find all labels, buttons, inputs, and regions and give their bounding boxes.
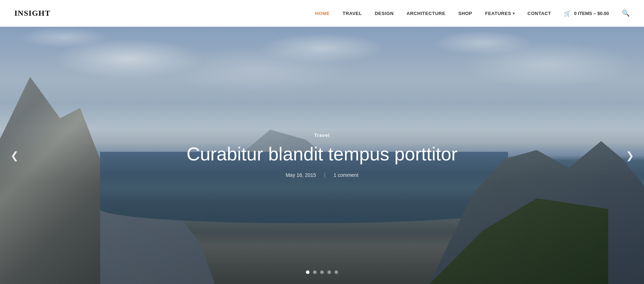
search-button[interactable]: 🔍 [622, 9, 630, 17]
slide-comments[interactable]: 1 comment [333, 173, 358, 178]
dot-3[interactable] [320, 270, 324, 274]
nav-item-features[interactable]: FEATURES ▾ [485, 11, 515, 16]
slide-category: Travel [186, 133, 457, 138]
main-nav: HOME TRAVEL DESIGN ARCHITECTURE SHOP FEA… [315, 11, 551, 16]
site-logo[interactable]: INSIGHT [14, 9, 50, 18]
dot-2[interactable] [313, 270, 317, 274]
right-arrow-icon: ❯ [626, 150, 634, 161]
dot-4[interactable] [327, 270, 331, 274]
prev-arrow[interactable]: ❮ [7, 145, 21, 166]
left-arrow-icon: ❮ [10, 150, 19, 161]
nav-item-architecture[interactable]: ARCHITECTURE [406, 11, 445, 16]
site-header: INSIGHT HOME TRAVEL DESIGN ARCHITECTURE … [0, 0, 644, 27]
slide-date: May 16, 2015 [286, 173, 316, 178]
slide-title[interactable]: Curabitur blandit tempus porttitor [186, 143, 457, 165]
nav-item-design[interactable]: DESIGN [375, 11, 394, 16]
nav-item-shop[interactable]: SHOP [458, 11, 472, 16]
dot-1[interactable] [306, 270, 309, 274]
nav-item-travel[interactable]: TRAVEL [342, 11, 362, 16]
hero-slider: ❮ Travel Curabitur blandit tempus portti… [0, 27, 644, 284]
cart-button[interactable]: 🛒 0 ITEMS – $0.00 [564, 10, 609, 17]
nav-item-contact[interactable]: CONTACT [527, 11, 551, 16]
slide-meta: May 16, 2015 1 comment [186, 173, 457, 178]
slide-dots [306, 270, 338, 274]
cart-icon: 🛒 [564, 10, 571, 17]
dot-5[interactable] [335, 270, 338, 274]
nav-item-home[interactable]: HOME [315, 11, 330, 16]
search-icon: 🔍 [622, 10, 630, 17]
meta-separator [325, 173, 325, 178]
cart-label: 0 ITEMS – $0.00 [574, 11, 609, 16]
slide-content: Travel Curabitur blandit tempus porttito… [186, 133, 457, 178]
chevron-down-icon: ▾ [513, 11, 515, 15]
next-arrow[interactable]: ❯ [623, 145, 637, 166]
